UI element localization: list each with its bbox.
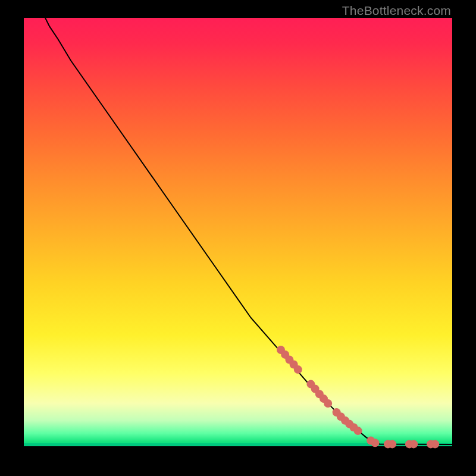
data-point — [294, 365, 302, 374]
chart-frame: TheBottleneck.com — [0, 0, 476, 476]
chart-svg — [24, 18, 452, 446]
data-point — [388, 440, 396, 448]
data-point — [371, 439, 379, 447]
watermark-text: TheBottleneck.com — [342, 4, 451, 18]
data-point — [354, 427, 362, 435]
bottleneck-curve — [45, 18, 452, 444]
plot-area — [24, 18, 452, 446]
data-point — [324, 399, 332, 408]
data-point — [409, 440, 418, 448]
data-points-group — [277, 346, 439, 448]
data-point — [431, 440, 439, 448]
